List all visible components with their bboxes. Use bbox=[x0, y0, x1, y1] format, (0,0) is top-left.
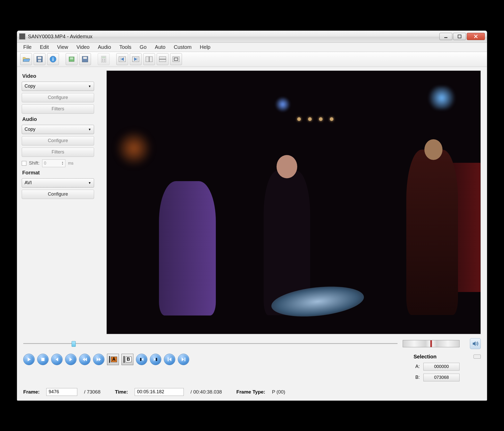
audio-codec-dropdown[interactable]: Copy ▼ bbox=[22, 125, 94, 134]
next-frame-button[interactable] bbox=[65, 354, 77, 365]
goto-end-button[interactable] bbox=[178, 354, 189, 365]
script-load-icon bbox=[68, 56, 75, 63]
video-codec-value: Copy bbox=[25, 83, 35, 89]
selection-b-value[interactable]: 073068 bbox=[423, 374, 460, 381]
set-marker-b-button[interactable]: B bbox=[121, 354, 133, 365]
load-script-button[interactable] bbox=[66, 53, 78, 65]
frame-input[interactable]: 9476 bbox=[46, 388, 77, 396]
stop-button[interactable] bbox=[37, 354, 49, 365]
jog-wheel[interactable] bbox=[403, 340, 460, 347]
timeline-slider[interactable] bbox=[23, 341, 398, 346]
script-save-icon bbox=[82, 56, 88, 63]
frame-inside-button[interactable] bbox=[170, 53, 182, 65]
audio-section-heading: Audio bbox=[22, 116, 100, 122]
set-marker-a-button[interactable]: A bbox=[107, 354, 119, 365]
svg-rect-28 bbox=[185, 358, 185, 361]
stop-icon bbox=[41, 357, 45, 361]
minimize-button[interactable] bbox=[439, 33, 452, 40]
marker-b-label: B bbox=[125, 357, 132, 362]
arrow-right-icon bbox=[68, 357, 73, 362]
svg-point-14 bbox=[102, 60, 103, 61]
audio-shift-unit: ms bbox=[68, 161, 73, 166]
play-icon bbox=[27, 357, 31, 362]
menu-auto[interactable]: Auto bbox=[151, 43, 170, 52]
last-frame-button[interactable] bbox=[130, 53, 142, 65]
crop-sides-button[interactable] bbox=[143, 53, 155, 65]
prev-keyframe-button[interactable] bbox=[79, 354, 90, 365]
window-controls bbox=[439, 33, 485, 40]
svg-rect-4 bbox=[38, 60, 41, 62]
video-codec-dropdown[interactable]: Copy ▼ bbox=[22, 82, 94, 91]
prev-black-frame-button[interactable] bbox=[136, 354, 147, 365]
crop-topbottom-button[interactable] bbox=[157, 53, 169, 65]
floppy-save-icon bbox=[36, 56, 43, 63]
frametype-value: P (00) bbox=[272, 389, 285, 395]
goto-first-frame-icon bbox=[118, 56, 126, 62]
video-filters-button[interactable]: Filters bbox=[22, 104, 94, 114]
app-icon bbox=[19, 33, 25, 40]
skip-forward-icon bbox=[96, 357, 101, 362]
arrow-left-icon bbox=[55, 357, 59, 362]
status-bar: Frame: 9476 / 73068 Time: 00:05:16.182 /… bbox=[23, 388, 481, 396]
dropdown-arrow-icon: ▼ bbox=[88, 181, 91, 185]
menu-edit[interactable]: Edit bbox=[36, 43, 53, 52]
prev-frame-button[interactable] bbox=[51, 354, 63, 365]
audio-filters-button[interactable]: Filters bbox=[22, 148, 94, 157]
play-button[interactable] bbox=[23, 354, 35, 365]
audio-configure-button[interactable]: Configure bbox=[22, 136, 94, 145]
info-button[interactable]: i bbox=[47, 53, 59, 65]
svg-rect-22 bbox=[173, 57, 179, 62]
video-configure-button[interactable]: Configure bbox=[22, 93, 94, 102]
audio-shift-row: Shift: 0 ▲▼ ms bbox=[22, 159, 100, 167]
time-input[interactable]: 00:05:16.182 bbox=[135, 388, 184, 396]
window-title: SANY0003.MP4 - Avidemux bbox=[28, 34, 439, 40]
format-configure-button[interactable]: Configure bbox=[22, 190, 94, 199]
audio-shift-spinner[interactable]: 0 ▲▼ bbox=[42, 159, 65, 167]
menu-audio[interactable]: Audio bbox=[94, 43, 115, 52]
menu-file[interactable]: File bbox=[19, 43, 36, 52]
titlebar: SANY0003.MP4 - Avidemux bbox=[17, 31, 487, 43]
volume-button[interactable] bbox=[470, 338, 481, 349]
dropdown-arrow-icon: ▼ bbox=[88, 128, 91, 131]
timeline-thumb[interactable] bbox=[72, 341, 76, 347]
svg-rect-11 bbox=[102, 57, 105, 58]
format-dropdown[interactable]: AVI ▼ bbox=[22, 178, 94, 188]
selection-a-value[interactable]: 000000 bbox=[423, 363, 460, 371]
audio-shift-checkbox[interactable] bbox=[22, 161, 26, 166]
menu-video[interactable]: Video bbox=[72, 43, 94, 52]
menu-view[interactable]: View bbox=[53, 43, 72, 52]
svg-rect-25 bbox=[140, 358, 141, 361]
open-file-button[interactable] bbox=[20, 53, 32, 65]
menu-custom[interactable]: Custom bbox=[170, 43, 196, 52]
close-button[interactable] bbox=[467, 33, 485, 40]
toolbar: i bbox=[17, 52, 487, 67]
time-total: / 00:40:38.038 bbox=[190, 389, 222, 395]
slider-row bbox=[23, 338, 481, 349]
app-window: SANY0003.MP4 - Avidemux File Edit View V… bbox=[17, 30, 487, 401]
video-preview[interactable] bbox=[106, 71, 481, 334]
controls-row: A B Selection A: 000000 B: 073068 bbox=[23, 354, 481, 381]
next-black-icon bbox=[153, 357, 158, 362]
audio-shift-value: 0 bbox=[44, 161, 46, 166]
goto-start-icon bbox=[167, 357, 172, 362]
save-button[interactable] bbox=[34, 53, 45, 65]
next-black-frame-button[interactable] bbox=[150, 354, 161, 365]
menu-help[interactable]: Help bbox=[196, 43, 215, 52]
goto-start-button[interactable] bbox=[164, 354, 175, 365]
menu-go[interactable]: Go bbox=[135, 43, 151, 52]
save-script-button[interactable] bbox=[79, 53, 91, 65]
selection-a-label: A: bbox=[414, 364, 420, 369]
next-keyframe-button[interactable] bbox=[93, 354, 104, 365]
goto-last-frame-icon bbox=[132, 56, 140, 62]
marker-a-label: A bbox=[111, 357, 117, 362]
svg-rect-0 bbox=[444, 37, 447, 38]
first-frame-button[interactable] bbox=[116, 53, 128, 65]
format-configure-label: Configure bbox=[48, 191, 68, 197]
maximize-button[interactable] bbox=[453, 33, 466, 40]
format-value: AVI bbox=[25, 180, 32, 186]
frametype-label: Frame Type: bbox=[236, 389, 265, 395]
calculator-button[interactable] bbox=[98, 53, 110, 65]
menu-tools[interactable]: Tools bbox=[115, 43, 136, 52]
selection-collapse-button[interactable] bbox=[474, 355, 481, 359]
svg-rect-24 bbox=[41, 358, 44, 361]
